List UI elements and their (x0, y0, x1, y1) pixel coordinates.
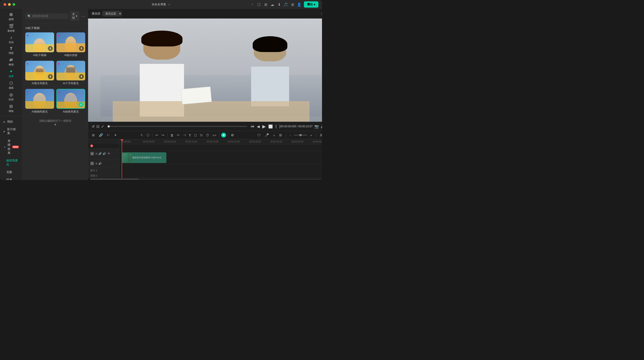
download-button[interactable]: ⬇ (79, 46, 84, 51)
paint-tool[interactable]: ⊙ (199, 132, 204, 138)
sidebar-item-my[interactable]: ▶ 我的 (0, 118, 22, 126)
record-button[interactable] (221, 133, 226, 138)
link-icon[interactable]: 🔗 (98, 132, 104, 138)
sidebar-item-video-effects[interactable]: ▶ 影片效果 (0, 126, 22, 137)
crop-tool[interactable]: ◻ (193, 132, 198, 138)
select-tool[interactable]: ↖ (139, 132, 144, 138)
split-button[interactable]: ⊣ (182, 132, 187, 138)
effect-card-ink[interactable]: ♥ ⬇ (25, 61, 54, 81)
sidebar-item-clone[interactable]: 克隆 (0, 168, 22, 176)
progress-track[interactable] (108, 126, 247, 127)
send-icon[interactable]: ↑ (250, 2, 254, 6)
magic-icon[interactable]: ✦ (113, 132, 118, 138)
timeline-area: ⊞ 🔗 ⊢ ✦ ↖ ⬡ ↩ ↪ 🗑 ✂ ⊣ T ◻ ⊙ (88, 131, 322, 180)
delete-button[interactable]: 🗑 (169, 133, 175, 138)
close-button[interactable] (4, 3, 6, 6)
sidebar-item-face-mask[interactable]: 臉部馬賽克 (0, 157, 22, 168)
tool-effects[interactable]: ✦ 效果 (4, 68, 18, 79)
step-back-button[interactable]: ⏮ (251, 124, 254, 128)
add-button[interactable]: + (78, 102, 84, 107)
quality-select[interactable]: 最高品質 (102, 11, 122, 16)
split-screen-icon[interactable]: ⊞ (278, 132, 283, 138)
audio-icon[interactable]: 🎵 (284, 2, 288, 6)
download-button[interactable]: ⬇ (48, 46, 53, 51)
zoom-in-icon[interactable]: + (309, 133, 313, 138)
window-title: 未命名專案 ⊙ (152, 2, 170, 6)
effect-card-blur[interactable]: ♥ (25, 89, 54, 109)
sidebar-item-outline[interactable]: 描邊 (0, 176, 22, 180)
cut-button[interactable]: ✂ (176, 132, 181, 138)
undo-button[interactable]: ↩ (154, 132, 160, 138)
left-bracket-button[interactable]: { (276, 124, 276, 128)
video-track-label: 1 ⊕ 🔗 🔊 👁 (88, 149, 119, 159)
track-link-icon[interactable]: 🔗 (98, 152, 102, 155)
sidebar-item-body-effects[interactable]: ▼ 身體效果 NEW (0, 137, 22, 157)
tool-sticker[interactable]: ◎ 貼紙 (4, 91, 18, 103)
tool-title[interactable]: T 標題 (4, 45, 18, 56)
effect-card-ai-particle[interactable]: ♥ ⬇ (25, 32, 54, 52)
snapshot-icon[interactable]: ☐ (257, 2, 261, 6)
effect-card-ai-vertical[interactable]: ♥ ⬇ (56, 32, 85, 52)
redo-button[interactable]: ↪ (160, 132, 166, 138)
transition-icon: ⇄ (10, 57, 13, 62)
color-wheel-icon[interactable]: ✿ (230, 132, 235, 138)
search-input[interactable] (32, 14, 66, 18)
zoom-slider[interactable] (294, 135, 307, 136)
clip-thumbnail (122, 153, 132, 162)
camera-icon[interactable]: 📷 (314, 124, 319, 129)
timer-tool[interactable]: ⏱ (205, 133, 210, 138)
avatar-icon[interactable]: 👤 (297, 2, 301, 6)
search-input-wrap[interactable]: 🔍 (25, 13, 68, 19)
more-tool[interactable]: >> (211, 133, 218, 138)
video-clip[interactable]: 微笑的印度母親和小初中女生 (122, 152, 166, 163)
center-area: 播放器 最高品質 ⊞ 🖼 (88, 9, 322, 180)
zoom-handle[interactable] (300, 134, 302, 136)
text-tool[interactable]: T (188, 133, 192, 138)
audio-icon: ♪ (10, 35, 12, 40)
grid-icon[interactable]: ⊞ (290, 2, 294, 6)
tool-filter[interactable]: ⬡ 濾鏡 (4, 79, 18, 91)
grid-layout-icon[interactable]: ⊞ (319, 132, 322, 138)
trim-icon[interactable]: ⊢ (106, 132, 111, 138)
rotate-left-icon[interactable]: ↺ (92, 124, 94, 129)
grid-view-icon[interactable]: ⊞ (321, 12, 322, 16)
scrollbar-track[interactable] (90, 179, 322, 180)
track-visibility-icon[interactable]: 👁 (107, 152, 110, 156)
volume-icon[interactable]: 🔊 (321, 124, 322, 129)
track-add-icon[interactable]: + (272, 133, 276, 138)
add-track-icon[interactable]: ⊞ (91, 132, 96, 138)
export-button[interactable]: 導出 ▾ (304, 1, 318, 7)
progress-handle[interactable] (108, 125, 110, 128)
track-add-icon[interactable]: ⊕ (95, 162, 98, 165)
effects-row: ♥ ⬇ AI墨水馬賽克 (25, 61, 85, 86)
maximize-button[interactable] (12, 3, 15, 6)
screen-icon[interactable]: ⊞ (264, 2, 268, 6)
tool-template[interactable]: ⊟ 模板 (4, 103, 18, 114)
effect-card-cross[interactable]: ♥ ⬇ (56, 61, 85, 81)
cloud-icon[interactable]: ☁ (270, 2, 274, 6)
play-button[interactable]: ▶ (262, 124, 266, 129)
crop-icon[interactable]: ⊡ (96, 124, 99, 129)
zoom-out-icon[interactable]: - (289, 133, 292, 138)
tool-transition[interactable]: ⇄ 轉場 (4, 56, 18, 68)
pointer-tool[interactable]: ⬡ (145, 132, 150, 138)
tool-stock[interactable]: 🎬 素材庫 (4, 22, 18, 34)
tool-audio[interactable]: ♪ 音頻 (4, 34, 18, 45)
track-audio-icon[interactable]: 🔊 (103, 152, 106, 155)
more-options-button[interactable]: ⋯ (81, 14, 85, 18)
expand-icon[interactable]: ⤢ (101, 124, 104, 129)
stop-button[interactable]: ⬜ (268, 124, 273, 129)
scrollbar-thumb[interactable] (90, 179, 139, 180)
track-add-icon[interactable]: ⊕ (95, 152, 98, 155)
minimize-button[interactable] (8, 3, 11, 6)
filter-button[interactable]: 全部 ▾ (70, 11, 80, 21)
effect-card-classic[interactable]: ♥ + (56, 89, 85, 109)
frame-back-button[interactable]: ◀ (257, 124, 260, 129)
effects-category-ai-particle: AI粒子模糊 ♥ (25, 26, 85, 57)
track-audio-icon[interactable]: 🔊 (98, 162, 102, 165)
mic-icon[interactable]: 🎤 (264, 132, 270, 138)
tool-media[interactable]: ⊞ 媒體 (4, 11, 18, 22)
timeline-scrollbar[interactable] (88, 178, 322, 180)
shield-icon[interactable]: 🛡 (256, 133, 262, 138)
download-icon[interactable]: ⬇ (277, 2, 281, 6)
